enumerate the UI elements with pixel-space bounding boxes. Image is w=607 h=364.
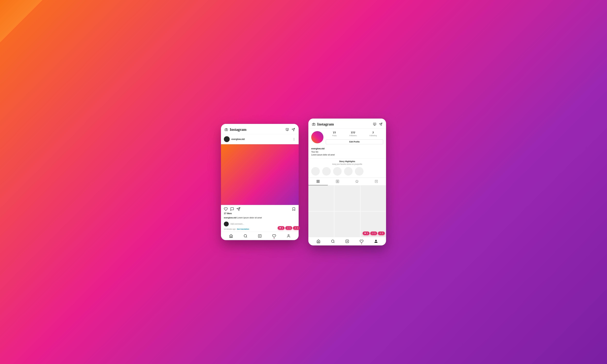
follow-notification: 1 [293, 226, 300, 230]
comment-button[interactable] [230, 207, 234, 211]
svg-point-33 [375, 240, 377, 241]
see-translation-link[interactable]: See translation [237, 228, 249, 230]
highlight-4[interactable] [344, 167, 353, 176]
svg-point-1 [226, 130, 227, 130]
svg-rect-22 [318, 182, 319, 183]
followers-label: Followers [349, 135, 357, 136]
profile-app-logo: Instagram [317, 122, 334, 126]
nav-add[interactable] [258, 234, 262, 238]
post-header: Instagram [221, 124, 299, 134]
profile-like-notif-count: 1 [367, 232, 368, 234]
profile-phone: Instagram [308, 118, 386, 246]
comment-notif-count: 1 [290, 227, 290, 229]
app-logo: Instagram [230, 127, 246, 132]
bookmark-button[interactable] [292, 207, 296, 211]
camera-icon[interactable] [224, 128, 228, 131]
profile-add-story-icon[interactable] [373, 123, 376, 126]
bottom-nav-profile [308, 237, 386, 246]
following-count: 7 [372, 131, 374, 134]
svg-line-8 [246, 237, 247, 237]
grid-cell-2[interactable] [334, 185, 360, 211]
svg-rect-19 [317, 180, 318, 181]
post-phone-frame: Instagram [221, 124, 299, 240]
follow-notif-count: 1 [297, 227, 298, 229]
post-actions [221, 205, 299, 212]
share-button[interactable] [237, 207, 240, 211]
svg-rect-0 [225, 129, 228, 131]
highlight-2[interactable] [322, 167, 331, 176]
following-label: Following [369, 135, 377, 136]
bio-line1: Your bio [311, 150, 383, 153]
highlight-1[interactable] [311, 167, 320, 176]
svg-line-29 [334, 242, 334, 243]
svg-point-26 [376, 181, 376, 181]
profile-nav-home[interactable] [317, 239, 320, 243]
comment-input[interactable]: Add comment... [230, 223, 244, 225]
comment-avatar [224, 221, 229, 226]
stat-followers: 777 Followers [349, 131, 357, 136]
post-user-left: everglow.std [224, 136, 245, 142]
post-user-avatar[interactable] [224, 136, 230, 142]
posts-label: Posts [332, 135, 337, 136]
profile-nav-notifications[interactable] [360, 239, 363, 243]
tab-reels[interactable] [328, 178, 347, 185]
svg-point-27 [377, 181, 377, 181]
highlight-3[interactable] [333, 167, 342, 176]
messages-icon[interactable] [292, 128, 295, 131]
story-highlights-title: Story Highlights [311, 160, 383, 163]
nav-home[interactable] [229, 234, 233, 238]
highlight-5[interactable] [355, 167, 363, 176]
profile-messages-icon[interactable] [379, 123, 383, 126]
profile-like-notification: 1 [363, 232, 369, 235]
add-story-icon[interactable] [286, 128, 289, 131]
grid-cell-5[interactable] [334, 211, 360, 237]
nav-search[interactable] [244, 234, 247, 238]
edit-profile-button[interactable]: Edit Profile [326, 139, 383, 144]
profile-comment-notif-count: 1 [374, 232, 375, 234]
like-notification: 1 [278, 226, 285, 230]
tab-tagged[interactable] [347, 178, 367, 185]
nav-notifications[interactable] [272, 234, 276, 238]
profile-follow-notif-count: 1 [382, 232, 383, 234]
bio-line2: Lorem ipsum dolor sit amet [311, 153, 383, 156]
profile-nav-profile[interactable] [374, 239, 378, 243]
post-caption: everglow.std Lorem ipsum dolor sit amet [221, 216, 299, 221]
svg-point-34 [380, 233, 381, 233]
header-icons [286, 128, 295, 131]
story-highlights-subtitle: Keep your favorite stories on yourprofil… [311, 163, 383, 165]
svg-point-15 [313, 124, 314, 125]
tab-tagged-in[interactable] [367, 178, 386, 185]
profile-avatar[interactable] [311, 131, 323, 143]
post-actions-left [224, 207, 240, 211]
svg-rect-20 [318, 180, 319, 181]
post-grid [308, 185, 386, 237]
profile-tabs [308, 178, 386, 185]
posts-count: 77 [333, 131, 336, 134]
profile-username: everglow.std [311, 147, 383, 150]
post-image [221, 144, 299, 205]
post-more-options[interactable]: ⋮ [292, 137, 296, 141]
svg-rect-14 [312, 124, 315, 125]
profile-nav-add[interactable] [345, 239, 349, 243]
grid-cell-1[interactable] [308, 185, 334, 211]
followers-count: 777 [351, 131, 355, 134]
like-button[interactable] [224, 207, 228, 211]
post-username[interactable]: everglow.std [231, 138, 245, 141]
profile-camera-icon[interactable] [312, 123, 315, 126]
bottom-nav-post [221, 232, 299, 240]
svg-point-12 [288, 234, 289, 236]
grid-cell-3[interactable] [360, 185, 386, 211]
grid-cell-4[interactable] [308, 211, 334, 237]
profile-follow-notification: 1 [378, 232, 385, 235]
svg-point-13 [295, 227, 296, 228]
profile-header: Instagram [308, 118, 386, 129]
post-user-row: everglow.std ⋮ [221, 134, 299, 144]
header-left: Instagram [224, 127, 246, 132]
caption-text: Lorem ipsum dolor sit amet [237, 217, 262, 219]
tab-grid[interactable] [308, 178, 328, 185]
comment-notification: 1 [285, 226, 292, 230]
post-phone: Instagram [221, 124, 299, 240]
profile-nav-search[interactable] [331, 239, 335, 243]
profile-bio: everglow.std Your bio Lorem ipsum dolor … [308, 147, 386, 158]
nav-profile[interactable] [287, 234, 290, 238]
